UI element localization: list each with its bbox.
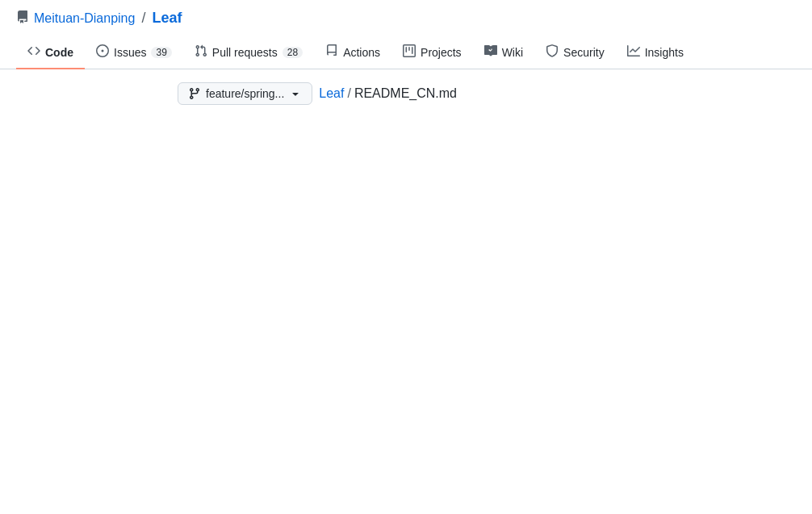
breadcrumb: Leaf / README_CN.md xyxy=(319,86,457,101)
tab-insights-label: Insights xyxy=(645,46,684,59)
code-icon xyxy=(27,44,40,60)
nav-tabs: Code Issues 39 Pull requests 28 Actions … xyxy=(0,36,812,69)
tab-code[interactable]: Code xyxy=(16,36,85,69)
repo-header: Meituan-Dianping / Leaf xyxy=(0,0,812,36)
insights-icon xyxy=(627,44,640,60)
security-icon xyxy=(546,44,559,60)
tab-wiki[interactable]: Wiki xyxy=(473,36,534,69)
tab-wiki-label: Wiki xyxy=(502,46,523,59)
breadcrumb-separator: / xyxy=(347,86,350,101)
branch-area: feature/spring... Leaf / README_CN.md xyxy=(16,82,796,105)
tab-actions-label: Actions xyxy=(343,46,380,59)
tab-actions[interactable]: Actions xyxy=(314,36,391,69)
breadcrumb-file: README_CN.md xyxy=(354,86,457,101)
pull-requests-badge: 28 xyxy=(283,47,303,58)
actions-icon xyxy=(325,44,338,60)
repo-name-link[interactable]: Leaf xyxy=(152,10,182,27)
repo-separator: / xyxy=(141,10,145,27)
wiki-icon xyxy=(484,44,497,60)
tab-insights[interactable]: Insights xyxy=(616,36,695,69)
projects-icon xyxy=(403,44,416,60)
tab-projects[interactable]: Projects xyxy=(391,36,473,69)
issues-icon xyxy=(96,44,109,60)
repo-org-link[interactable]: Meituan-Dianping xyxy=(34,11,135,26)
tab-projects-label: Projects xyxy=(421,46,462,59)
pull-request-icon xyxy=(195,44,207,60)
tab-issues-label: Issues xyxy=(114,46,146,59)
tab-pull-requests-label: Pull requests xyxy=(212,46,278,59)
branch-button-label: feature/spring... xyxy=(206,87,284,100)
breadcrumb-repo-link[interactable]: Leaf xyxy=(319,86,344,101)
repo-icon xyxy=(16,10,29,27)
main-content: feature/spring... Leaf / README_CN.md tl… xyxy=(0,69,812,131)
tab-security-label: Security xyxy=(563,46,605,59)
branch-selector-button[interactable]: feature/spring... xyxy=(178,82,312,105)
tab-issues[interactable]: Issues 39 xyxy=(85,36,183,69)
issues-badge: 39 xyxy=(151,47,171,58)
tab-code-label: Code xyxy=(45,46,73,59)
tab-security[interactable]: Security xyxy=(534,36,616,69)
tab-pull-requests[interactable]: Pull requests 28 xyxy=(183,36,314,69)
